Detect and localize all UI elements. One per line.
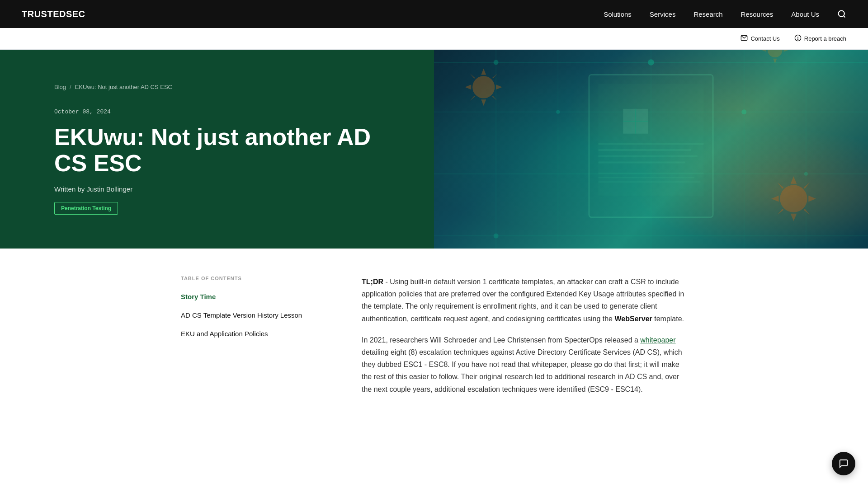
hero-image <box>434 50 868 249</box>
svg-rect-53 <box>598 173 703 174</box>
svg-point-19 <box>804 172 808 176</box>
breach-icon <box>794 34 802 43</box>
svg-rect-51 <box>598 155 697 157</box>
article-title: EKUwu: Not just another AD CS ESC <box>54 124 407 176</box>
breadcrumb-current: EKUwu: Not just another AD CS ESC <box>75 84 172 90</box>
svg-marker-23 <box>481 99 486 106</box>
svg-marker-24 <box>465 84 472 89</box>
whitepaper-link[interactable]: whitepaper <box>640 336 675 344</box>
svg-rect-54 <box>598 177 694 178</box>
svg-marker-28 <box>470 96 475 101</box>
hero-section: Blog / EKUwu: Not just another AD CS ESC… <box>0 50 868 249</box>
article-content: TL;DR - Using built-in default version 1… <box>362 276 687 404</box>
breadcrumb: Blog / EKUwu: Not just another AD CS ESC <box>54 84 407 90</box>
para1-text: In 2021, researchers Will Schroeder and … <box>362 336 640 344</box>
sub-bar: Contact Us Report a breach <box>0 28 868 50</box>
tldr-paragraph: TL;DR - Using built-in default version 1… <box>362 276 687 325</box>
svg-marker-22 <box>481 69 486 75</box>
svg-marker-42 <box>761 50 766 52</box>
svg-point-5 <box>797 39 798 39</box>
main-content: Table of contents Story Time AD CS Templ… <box>163 249 705 432</box>
svg-rect-55 <box>598 181 700 183</box>
svg-line-1 <box>844 16 845 18</box>
svg-marker-32 <box>791 214 797 221</box>
circuit-background <box>434 50 868 249</box>
svg-rect-49 <box>598 143 703 145</box>
breadcrumb-separator: / <box>70 84 71 90</box>
nav-about-us[interactable]: About Us <box>791 10 819 18</box>
svg-marker-43 <box>783 50 788 52</box>
article-tag[interactable]: Penetration Testing <box>54 202 118 215</box>
report-breach-link[interactable]: Report a breach <box>794 34 846 43</box>
contact-us-link[interactable]: Contact Us <box>741 34 779 43</box>
toc-label: Table of contents <box>181 276 326 281</box>
tldr-end: template. <box>652 315 684 323</box>
svg-marker-36 <box>803 183 810 189</box>
svg-marker-41 <box>773 59 777 64</box>
svg-point-18 <box>741 109 746 114</box>
svg-point-21 <box>472 76 495 98</box>
svg-rect-52 <box>598 161 685 163</box>
svg-marker-35 <box>778 183 784 189</box>
svg-point-0 <box>839 11 844 17</box>
contact-icon <box>741 34 748 43</box>
tldr-label: TL;DR <box>362 278 383 286</box>
table-of-contents: Table of contents Story Time AD CS Templ… <box>181 276 326 347</box>
svg-point-20 <box>494 234 499 239</box>
site-logo[interactable]: TRUSTEDSEC <box>22 9 85 19</box>
report-breach-label: Report a breach <box>804 35 846 42</box>
svg-marker-29 <box>492 96 497 101</box>
svg-marker-27 <box>492 74 497 79</box>
webserver-template-bold: WebServer <box>614 315 652 323</box>
contact-us-label: Contact Us <box>750 35 779 42</box>
svg-rect-45 <box>598 84 703 196</box>
svg-marker-38 <box>803 209 810 215</box>
nav-research[interactable]: Research <box>693 10 722 18</box>
svg-marker-26 <box>470 74 475 79</box>
svg-marker-25 <box>496 84 502 89</box>
breadcrumb-home[interactable]: Blog <box>54 84 66 90</box>
nav-services[interactable]: Services <box>650 10 676 18</box>
svg-marker-31 <box>791 176 797 183</box>
hero-content: Blog / EKUwu: Not just another AD CS ESC… <box>0 50 434 249</box>
svg-point-39 <box>768 50 783 57</box>
nav-resources[interactable]: Resources <box>741 10 774 18</box>
nav-solutions[interactable]: Solutions <box>604 10 632 18</box>
main-nav: Solutions Services Research Resources Ab… <box>604 9 846 19</box>
toc-item-eku[interactable]: EKU and Application Policies <box>181 329 326 338</box>
svg-marker-34 <box>808 196 816 202</box>
svg-point-30 <box>780 185 807 212</box>
toc-item-ad-cs[interactable]: AD CS Template Version History Lesson <box>181 310 326 320</box>
svg-marker-33 <box>771 196 778 202</box>
svg-marker-37 <box>778 209 784 215</box>
svg-point-17 <box>648 59 654 66</box>
svg-rect-50 <box>598 149 691 151</box>
svg-point-16 <box>556 110 560 114</box>
svg-point-15 <box>494 60 499 65</box>
top-navigation: TRUSTEDSEC Solutions Services Research R… <box>0 0 868 28</box>
search-button[interactable] <box>837 9 846 19</box>
search-icon <box>837 9 846 19</box>
article-date: October 08, 2024 <box>54 108 407 115</box>
article-author: Written by Justin Bollinger <box>54 185 407 193</box>
intro-paragraph: In 2021, researchers Will Schroeder and … <box>362 334 687 395</box>
para1-cont: detailing eight (8) escalation technique… <box>362 348 682 393</box>
toc-item-story-time[interactable]: Story Time <box>181 292 326 301</box>
